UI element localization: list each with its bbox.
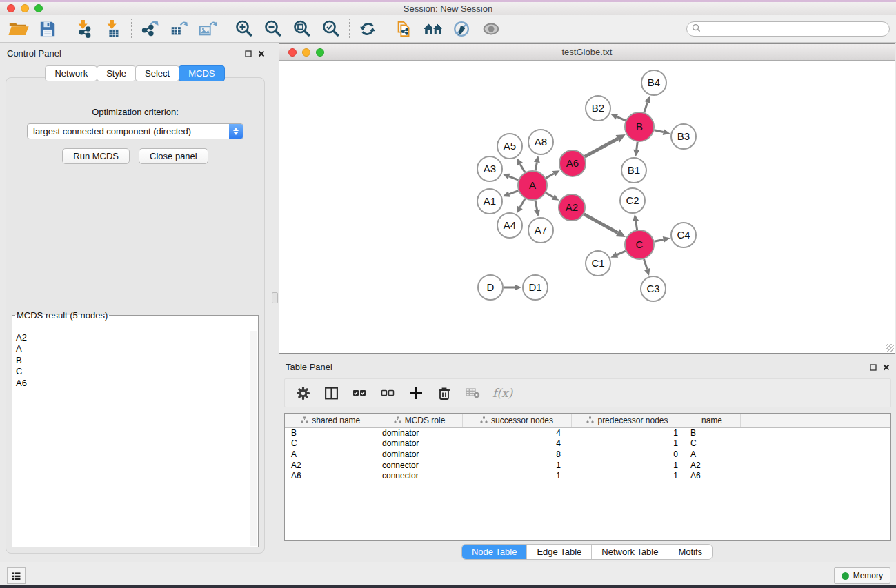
import-network-icon[interactable] [70,17,99,41]
column-header-MCDS-role[interactable]: MCDS role [377,414,462,427]
table-cell[interactable]: 4 [462,427,571,438]
window-resize-grip[interactable] [886,344,894,352]
graph-edge-A-A6[interactable] [546,174,554,178]
graph-edge-C-C4[interactable] [654,239,663,241]
graph-edge-A-A7[interactable] [535,201,537,210]
zoom-network-window-button[interactable] [316,48,324,57]
add-column-icon[interactable] [408,385,424,401]
graph-edge-A2-C[interactable] [584,214,618,233]
graph-edge-A-A4[interactable] [520,199,525,207]
column-header-predecessor-nodes[interactable]: predecessor nodes [571,414,684,427]
select-all-icon[interactable] [351,385,368,401]
float-panel-icon[interactable] [245,49,252,59]
column-header-successor-nodes[interactable]: successor nodes [462,414,571,427]
column-header-name[interactable]: name [684,414,740,427]
mcds-result-item[interactable]: A [14,343,249,354]
save-session-icon[interactable] [33,17,62,41]
tab-select[interactable]: Select [135,65,179,81]
function-builder-icon[interactable]: f(x) [492,385,512,401]
close-panel-icon[interactable] [883,363,890,373]
zoom-selected-icon[interactable] [317,17,346,41]
tab-mcds[interactable]: MCDS [179,65,224,81]
column-header-shared-name[interactable]: shared name [285,414,377,427]
tab-node-table[interactable]: Node Table [462,545,527,559]
table-cell[interactable]: A [684,449,740,460]
graph-edge-C-C3[interactable] [644,259,647,269]
close-network-window-button[interactable] [288,48,297,57]
table-cell[interactable]: dominator [377,427,462,438]
tab-network[interactable]: Network [45,65,97,81]
show-columns-icon[interactable] [323,385,339,401]
optimization-criterion-dropdown[interactable]: largest connected component (directed) [27,123,243,139]
tab-style[interactable]: Style [97,65,136,81]
new-network-from-selection-icon[interactable] [390,17,419,41]
minimize-network-window-button[interactable] [302,48,310,57]
close-panel-button[interactable]: Close panel [139,148,208,164]
graph-edge-B-B4[interactable] [644,103,648,113]
graph-edge-A-A1[interactable] [509,191,518,194]
deselect-all-icon[interactable] [379,385,396,401]
vertical-splitter-handle[interactable] [272,292,278,303]
table-cell[interactable]: A2 [285,460,377,471]
show-graphics-details-icon[interactable] [477,17,506,41]
task-history-button[interactable] [7,567,26,584]
mcds-result-item[interactable]: C [14,366,249,377]
graph-edge-C-C1[interactable] [617,251,626,255]
table-cell[interactable]: 1 [571,427,684,438]
network-canvas[interactable]: AA1A2A3A4A5A6A7A8BB1B2B3B4CC1C2C3C4DD1 [279,61,895,353]
table-cell[interactable]: A6 [684,470,740,481]
import-table-icon[interactable] [99,17,128,41]
table-cell[interactable]: 1 [571,460,684,471]
graph-edge-B-B3[interactable] [654,130,663,132]
memory-button[interactable]: Memory [834,567,890,584]
table-cell[interactable]: 1 [571,438,684,449]
delete-table-icon[interactable] [464,385,481,401]
table-cell[interactable]: 4 [462,438,571,449]
mcds-result-scrollbar[interactable] [250,331,257,546]
graph-edge-A6-B[interactable] [585,139,618,156]
float-panel-icon[interactable] [870,363,877,373]
minimize-window-button[interactable] [21,4,29,12]
table-cell[interactable]: 1 [462,460,571,471]
table-cell[interactable]: dominator [377,449,462,460]
table-cell[interactable]: C [285,438,377,449]
table-cell[interactable]: 1 [571,470,684,481]
search-input[interactable] [701,23,889,35]
graph-edge-A-A8[interactable] [535,162,537,170]
table-cell[interactable]: 0 [571,449,684,460]
zoom-out-icon[interactable] [259,17,288,41]
close-panel-icon[interactable] [258,49,265,59]
table-cell[interactable]: B [684,427,740,438]
zoom-fit-icon[interactable] [288,17,317,41]
graph-edge-B-B1[interactable] [637,142,637,150]
table-cell[interactable]: dominator [377,438,462,449]
graph-edge-A-A3[interactable] [509,176,519,180]
export-image-icon[interactable] [193,17,222,41]
tab-edge-table[interactable]: Edge Table [526,545,591,559]
hide-graphics-details-icon[interactable] [448,17,477,41]
table-cell[interactable]: A2 [684,460,740,471]
graph-edge-C-C2[interactable] [636,221,637,230]
graph-edge-A-A2[interactable] [546,193,553,197]
table-cell[interactable]: C [684,438,740,449]
close-window-button[interactable] [7,4,15,12]
table-settings-gear-icon[interactable] [295,385,311,401]
network-window-titlebar[interactable]: testGlobe.txt [279,44,895,61]
search-field[interactable] [686,21,890,37]
table-cell[interactable]: B [285,427,377,438]
run-mcds-button[interactable]: Run MCDS [62,148,130,164]
table-cell[interactable]: A6 [285,470,377,481]
refresh-icon[interactable] [353,17,382,41]
tab-network-table[interactable]: Network Table [591,545,668,559]
table-cell[interactable]: connector [377,460,462,471]
home-icon[interactable] [419,17,448,41]
graph-edge-A-A5[interactable] [520,164,525,172]
delete-columns-icon[interactable] [436,385,452,401]
zoom-in-icon[interactable] [230,17,259,41]
export-table-icon[interactable] [164,17,193,41]
export-network-icon[interactable] [135,17,164,41]
zoom-window-button[interactable] [34,4,43,12]
table-cell[interactable]: connector [377,470,462,481]
mcds-result-item[interactable]: B [14,355,249,366]
mcds-result-item[interactable]: A6 [14,378,249,389]
